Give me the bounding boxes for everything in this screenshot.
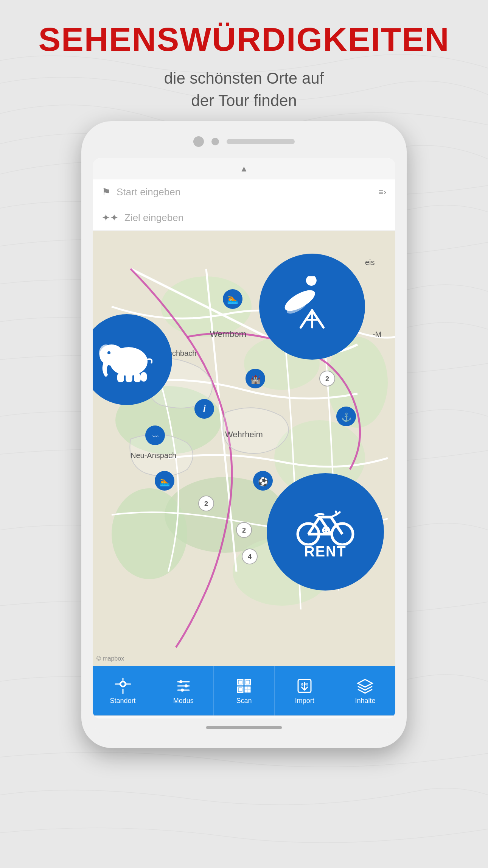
menu-icon[interactable]: ≡› [379,187,386,197]
standort-button[interactable]: Standort [93,666,153,715]
scan-button[interactable]: Scan [214,666,274,715]
home-bar [206,726,282,729]
svg-text:© mapbox: © mapbox [96,655,124,662]
nav-navigate-button[interactable] [93,716,153,718]
inhalte-button[interactable]: Inhalte [335,666,395,715]
pull-indicator[interactable]: ▲ [93,158,395,179]
svg-point-56 [107,351,110,354]
modus-label: Modus [173,697,194,705]
svg-point-55 [99,344,113,361]
svg-point-71 [185,684,188,687]
phone-bottom [93,718,395,737]
svg-rect-79 [245,687,247,689]
bike-rental-bubble: RENT [267,473,384,591]
svg-line-49 [301,310,312,327]
inhalte-label: Inhalte [355,697,375,705]
import-label: Import [295,697,314,705]
svg-rect-57 [117,373,124,382]
map-area[interactable]: 🏊 🏰 i ⚽ 🏊 🌿 [93,231,395,666]
nav-warning-button[interactable] [274,716,335,718]
svg-text:🏰: 🏰 [250,374,261,385]
svg-text:2: 2 [204,500,208,508]
start-search-bar[interactable]: ⚑ Start eingeben ≡› [93,179,395,205]
svg-text:-M: -M [373,330,381,338]
svg-point-66 [121,682,125,686]
svg-line-50 [312,310,323,327]
svg-point-72 [181,689,184,692]
svg-rect-58 [126,373,132,382]
phone-top-bar [93,132,395,151]
import-button[interactable]: GPX Import [275,666,335,715]
phone-mockup: ▲ ⚑ Start eingeben ≡› ✦✦ Ziel eingeben [81,121,407,748]
svg-text:Wehrheim: Wehrheim [225,430,263,439]
svg-text:4: 4 [248,553,252,561]
svg-text:GPX: GPX [301,683,308,686]
phone-camera [193,136,204,147]
svg-text:2: 2 [325,375,329,383]
nav-bookmark-button[interactable] [153,716,214,718]
end-input[interactable]: Ziel eingeben [124,212,386,224]
svg-text:Wernborn: Wernborn [210,329,246,339]
standort-label: Standort [110,697,136,705]
nav-profile-button[interactable] [214,716,274,718]
svg-text:🏊: 🏊 [227,293,238,304]
start-input[interactable]: Start eingeben [117,186,373,198]
svg-rect-81 [245,690,247,692]
phone-speaker [227,139,295,144]
svg-text:schbach: schbach [168,349,197,357]
page-title: SEHENSWÜRDIGKEITEN [0,23,488,56]
svg-text:〰: 〰 [152,433,159,441]
svg-rect-74 [239,681,241,683]
svg-rect-80 [248,687,250,689]
svg-text:Neu-Anspach: Neu-Anspach [131,451,176,460]
modus-button[interactable]: Modus [153,666,214,715]
svg-rect-76 [247,681,249,683]
phone-screen: ▲ ⚑ Start eingeben ≡› ✦✦ Ziel eingeben [93,158,395,718]
nav-info-button[interactable] [335,716,395,718]
svg-rect-60 [141,372,147,382]
destination-icon: ✦✦ [102,212,118,224]
svg-point-48 [304,276,319,288]
svg-text:⚓: ⚓ [341,412,352,422]
search-area: ⚑ Start eingeben ≡› ✦✦ Ziel eingeben [93,179,395,231]
flag-icon: ⚑ [102,186,110,198]
header: SEHENSWÜRDIGKEITEN die schönsten Orte au… [0,0,488,112]
rent-label: RENT [304,544,346,560]
svg-text:2: 2 [242,527,246,534]
svg-text:🏊: 🏊 [160,477,170,487]
header-subtitle: die schönsten Orte auf der Tour finden [0,67,488,112]
svg-rect-82 [248,690,250,692]
svg-text:eis: eis [365,258,375,266]
svg-rect-78 [239,689,241,691]
scan-label: Scan [236,697,252,705]
phone-sensor [211,138,219,145]
telescope-bubble [259,254,365,360]
end-search-bar[interactable]: ✦✦ Ziel eingeben [93,205,395,231]
svg-rect-59 [134,373,141,382]
bottom-nav [93,715,395,718]
svg-point-70 [179,680,182,683]
bottom-toolbar: Standort Modus [93,666,395,715]
svg-text:⚽: ⚽ [258,477,269,487]
